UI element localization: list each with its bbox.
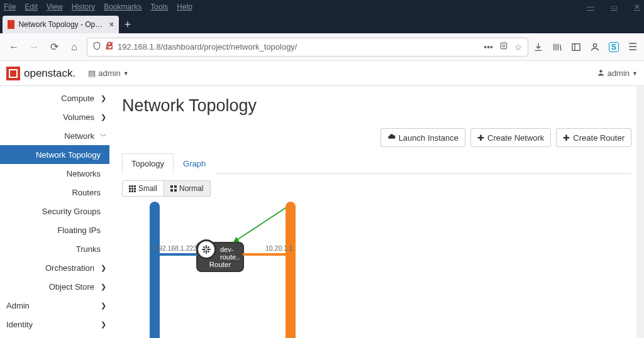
- bookmark-star-icon[interactable]: ☆: [514, 42, 523, 52]
- project-selector[interactable]: ▤ admin ▼: [88, 68, 128, 78]
- ip-label-external: 192.168.1.223: [155, 244, 197, 252]
- menu-tools[interactable]: Tools: [150, 3, 168, 11]
- cloud-icon: [387, 133, 396, 143]
- reload-button[interactable]: ⟳: [47, 40, 62, 55]
- project-name: admin: [98, 68, 120, 78]
- user-menu[interactable]: admin ▼: [597, 68, 638, 79]
- close-tab-icon[interactable]: ×: [109, 20, 114, 29]
- app-menubar: File Edit View History Bookmarks Tools H…: [0, 0, 644, 13]
- openstack-navbar: openstack. ▤ admin ▼ admin ▼: [0, 61, 644, 86]
- create-router-button[interactable]: ✚ Create Router: [556, 128, 631, 147]
- menu-edit[interactable]: Edit: [25, 3, 38, 11]
- chevron-down-icon: ﹀: [97, 131, 109, 141]
- browser-toolbar: ← → ⟳ ⌂ 192.168.1.8/dashboard/project/ne…: [0, 33, 644, 61]
- chevron-down-icon: ▼: [123, 70, 129, 77]
- view-tabs: Topology Graph: [122, 153, 631, 174]
- chevron-right-icon: ❯: [97, 302, 109, 310]
- browser-tabbar: Network Topology - OpenStack × +: [0, 13, 644, 33]
- size-normal-button[interactable]: Normal: [164, 180, 211, 197]
- tab-topology[interactable]: Topology: [122, 153, 174, 174]
- sidebar-item-compute[interactable]: Compute❯: [0, 89, 109, 107]
- chevron-right-icon: ❯: [97, 320, 109, 329]
- chevron-right-icon: ❯: [97, 113, 109, 121]
- sidebar-item-admin[interactable]: Admin❯: [0, 296, 109, 315]
- meatball-icon[interactable]: •••: [484, 42, 493, 52]
- plus-icon: ✚: [563, 133, 570, 143]
- link-line-external: [158, 253, 197, 256]
- chevron-right-icon: ❯: [97, 264, 109, 272]
- topology-canvas[interactable]: external_network pvt_net 192.168.1.223 1…: [122, 202, 631, 338]
- menu-bookmarks[interactable]: Bookmarks: [104, 3, 142, 11]
- svg-point-5: [593, 43, 596, 46]
- size-toggle: Small Normal: [122, 180, 631, 197]
- shield-icon: [92, 41, 101, 52]
- svg-point-2: [502, 45, 505, 47]
- user-icon: [597, 68, 605, 79]
- create-network-button[interactable]: ✚ Create Network: [470, 128, 551, 147]
- sidebar-item-security-groups[interactable]: Security Groups: [0, 202, 109, 221]
- home-button[interactable]: ⌂: [67, 40, 82, 55]
- chevron-down-icon: ▼: [632, 70, 638, 77]
- extension-icon[interactable]: S: [609, 42, 619, 52]
- maximize-icon[interactable]: ▭: [611, 3, 618, 11]
- openstack-logo-icon: [6, 67, 20, 80]
- account-icon[interactable]: [590, 42, 600, 52]
- grid-small-icon: [129, 185, 136, 192]
- library-icon[interactable]: [552, 42, 562, 52]
- network-bar-external[interactable]: external_network: [150, 202, 160, 338]
- reader-icon[interactable]: [499, 41, 508, 52]
- sidebar: Compute❯ Volumes❯ Network﹀ Network Topol…: [0, 86, 109, 338]
- sidebar-item-network[interactable]: Network﹀: [0, 126, 109, 145]
- content-area: Network Topology Launch Instance ✚ Creat…: [109, 86, 644, 338]
- domain-icon: ▤: [88, 68, 96, 78]
- chevron-right-icon: ❯: [97, 94, 109, 102]
- grid-normal-icon: [170, 185, 177, 192]
- hamburger-icon[interactable]: ☰: [628, 42, 638, 52]
- minimize-icon[interactable]: —: [587, 3, 594, 11]
- plus-icon: ✚: [477, 133, 484, 143]
- back-button[interactable]: ←: [6, 40, 21, 55]
- svg-rect-3: [572, 43, 580, 50]
- chevron-right-icon: ❯: [97, 283, 109, 291]
- url-text: 192.168.1.8/dashboard/project/network_to…: [118, 42, 297, 52]
- sidebar-item-object-store[interactable]: Object Store❯: [0, 277, 109, 296]
- sidebar-item-networks[interactable]: Networks: [0, 164, 109, 183]
- scrollbar[interactable]: [636, 87, 644, 338]
- address-bar[interactable]: 192.168.1.8/dashboard/project/network_to…: [87, 38, 528, 57]
- menu-file[interactable]: File: [4, 3, 16, 11]
- sidebar-item-routers[interactable]: Routers: [0, 183, 109, 202]
- link-line-pvt: [243, 253, 287, 256]
- menu-view[interactable]: View: [47, 3, 63, 11]
- menu-history[interactable]: History: [72, 3, 95, 11]
- downloads-icon[interactable]: [533, 42, 543, 52]
- router-icon: [196, 239, 216, 259]
- router-node[interactable]: dev-route.. Router: [196, 239, 216, 259]
- router-type: Router: [201, 261, 239, 268]
- user-name: admin: [608, 68, 630, 78]
- action-buttons: Launch Instance ✚ Create Network ✚ Creat…: [122, 128, 631, 147]
- sidebar-item-network-topology[interactable]: Network Topology: [0, 145, 109, 164]
- launch-instance-button[interactable]: Launch Instance: [380, 128, 465, 147]
- svg-rect-1: [501, 43, 506, 48]
- sidebar-item-floating-ips[interactable]: Floating IPs: [0, 221, 109, 239]
- openstack-logo[interactable]: openstack.: [6, 67, 75, 80]
- sidebar-toggle-icon[interactable]: [571, 42, 581, 52]
- favicon-icon: [8, 20, 14, 29]
- svg-line-7: [234, 208, 286, 242]
- sidebar-item-trunks[interactable]: Trunks: [0, 239, 109, 258]
- menu-help[interactable]: Help: [177, 3, 192, 11]
- close-window-icon[interactable]: ✕: [634, 3, 640, 11]
- size-small-button[interactable]: Small: [122, 180, 164, 197]
- new-tab-button[interactable]: +: [119, 16, 136, 33]
- insecure-icon: [105, 41, 114, 52]
- annotation-arrow-icon: [230, 205, 293, 249]
- sidebar-item-volumes[interactable]: Volumes❯: [0, 107, 109, 126]
- page-title: Network Topology: [122, 96, 631, 116]
- tab-title: Network Topology - OpenStack: [18, 20, 103, 29]
- tab-graph[interactable]: Graph: [174, 153, 215, 174]
- brand-text: openstack.: [24, 67, 75, 80]
- forward-button[interactable]: →: [26, 40, 42, 55]
- sidebar-item-identity[interactable]: Identity❯: [0, 315, 109, 334]
- sidebar-item-orchestration[interactable]: Orchestration❯: [0, 258, 109, 277]
- browser-tab[interactable]: Network Topology - OpenStack ×: [3, 16, 119, 33]
